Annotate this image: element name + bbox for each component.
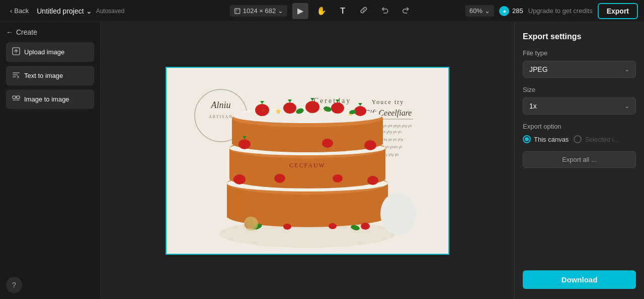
project-name-chevron-icon: ⌄ (86, 7, 92, 15)
svg-text:Youce try: Youce try (372, 98, 404, 106)
svg-point-60 (380, 192, 416, 235)
upload-image-button[interactable]: Upload image (6, 42, 94, 62)
export-panel-title: Export settings (523, 32, 636, 41)
svg-point-57 (329, 223, 337, 229)
upload-icon (12, 47, 20, 57)
svg-text:Alniu: Alniu (211, 100, 231, 110)
project-name[interactable]: Untitled project ⌄ (37, 7, 92, 15)
hand-tool-button[interactable]: ✋ (313, 3, 330, 19)
link-tool-button[interactable] (356, 3, 372, 19)
undo-icon (381, 6, 389, 16)
file-type-select[interactable]: JPEG ⌄ (523, 61, 636, 78)
canvas-size-text: 1024 × 682 (243, 7, 276, 15)
size-value: 1x (529, 102, 537, 110)
credits-icon: ◈ (499, 6, 509, 16)
create-label: Create (16, 28, 37, 36)
size-label: Size (523, 86, 636, 93)
credits-count: 285 (512, 7, 523, 15)
create-back-icon: ← (6, 28, 13, 36)
text-tool-button[interactable]: T (335, 3, 351, 19)
image-to-image-button[interactable]: Image to image (6, 89, 94, 109)
redo-icon (402, 6, 410, 16)
this-canvas-label: This canvas (534, 136, 569, 143)
canvas-area[interactable]: Alniu ARTISAN Ceretday Ym 300 % Youce tr… (101, 22, 514, 299)
file-type-chevron-icon: ⌄ (624, 66, 629, 73)
svg-text:Ceretday: Ceretday (314, 97, 352, 105)
export-option-radio-group: This canvas Selected i... (523, 135, 636, 143)
file-type-section: File type JPEG ⌄ (523, 49, 636, 78)
export-all-button[interactable]: Export all ... (523, 151, 636, 168)
export-button[interactable]: Export (598, 3, 638, 19)
back-label: Back (14, 7, 29, 15)
this-canvas-option[interactable]: This canvas (523, 135, 569, 143)
svg-point-49 (364, 140, 376, 150)
upgrade-link[interactable]: Upgrade to get credits (528, 7, 593, 15)
selected-option[interactable]: Selected i... (574, 135, 619, 143)
zoom-text: 60% (469, 7, 482, 15)
size-section: Size 1x ⌄ (523, 86, 636, 115)
export-option-section: Export option This canvas Selected i... (523, 123, 636, 143)
file-type-value: JPEG (529, 65, 548, 73)
svg-point-63 (246, 219, 256, 229)
hand-icon: ✋ (316, 6, 327, 16)
download-button[interactable]: Download (523, 270, 636, 289)
svg-point-55 (361, 223, 370, 230)
redo-button[interactable] (398, 3, 414, 19)
help-button[interactable]: ? (6, 277, 22, 293)
svg-point-50 (233, 174, 246, 184)
back-button[interactable]: ‹ Back (6, 5, 33, 17)
svg-point-53 (274, 174, 285, 183)
selected-radio[interactable] (574, 135, 582, 143)
svg-point-48 (322, 139, 333, 148)
upload-image-label: Upload image (24, 48, 64, 56)
svg-rect-4 (13, 96, 16, 98)
topbar-center: 1024 × 682 ⌄ ▶ ✋ T (230, 3, 414, 19)
svg-rect-5 (17, 96, 20, 98)
size-chevron-icon: ⌄ (624, 103, 629, 110)
svg-point-51 (367, 176, 378, 185)
create-header[interactable]: ← Create (6, 28, 94, 36)
text-to-image-button[interactable]: Text to image (6, 66, 94, 85)
credits-area: ◈ 285 (499, 6, 523, 16)
autosaved-status: Autosaved (96, 8, 125, 15)
svg-text:◈: ◈ (503, 10, 506, 13)
export-option-label: Export option (523, 123, 636, 130)
svg-text:ARTISAN: ARTISAN (209, 115, 233, 119)
svg-point-47 (238, 139, 251, 149)
text-to-image-label: Text to image (24, 72, 63, 79)
svg-point-56 (283, 224, 291, 230)
svg-point-40 (283, 103, 296, 114)
canvas-size-button[interactable]: 1024 × 682 ⌄ (230, 5, 287, 17)
canvas-wrapper: Alniu ARTISAN Ceretday Ym 300 % Youce tr… (166, 67, 449, 255)
project-name-text: Untitled project (37, 7, 84, 15)
svg-text:★: ★ (275, 107, 282, 116)
back-chevron-icon: ‹ (10, 7, 12, 15)
text-to-image-icon (12, 71, 20, 80)
size-select[interactable]: 1x ⌄ (523, 97, 636, 115)
zoom-button[interactable]: 60% ⌄ (465, 5, 494, 17)
resize-icon (234, 8, 241, 15)
image-to-image-label: Image to image (24, 95, 69, 103)
selected-label: Selected i... (585, 136, 619, 143)
this-canvas-radio[interactable] (523, 135, 531, 143)
main-area: ← Create Upload image Text to image (0, 22, 644, 299)
image-to-image-icon (12, 94, 20, 104)
svg-point-42 (331, 103, 344, 114)
file-type-label: File type (523, 49, 636, 57)
export-panel: Export settings File type JPEG ⌄ Size 1x… (514, 22, 644, 299)
canvas-size-chevron-icon: ⌄ (278, 7, 283, 15)
sidebar: ← Create Upload image Text to image (0, 22, 101, 299)
svg-text:·:·: ·:· (261, 108, 265, 113)
topbar: ‹ Back Untitled project ⌄ Autosaved 1024… (0, 0, 644, 22)
text-icon: T (340, 7, 345, 16)
select-tool-button[interactable]: ▶ (292, 3, 308, 19)
select-icon: ▶ (297, 6, 303, 16)
link-icon (360, 6, 368, 16)
zoom-chevron-icon: ⌄ (485, 7, 490, 15)
svg-point-52 (333, 174, 343, 182)
canvas-image: Alniu ARTISAN Ceretday Ym 300 % Youce tr… (167, 68, 448, 254)
undo-button[interactable] (377, 3, 393, 19)
canvas-artwork: Alniu ARTISAN Ceretday Ym 300 % Youce tr… (167, 68, 448, 254)
svg-text:CECFAUW: CECFAUW (289, 162, 326, 169)
svg-rect-0 (235, 9, 240, 14)
